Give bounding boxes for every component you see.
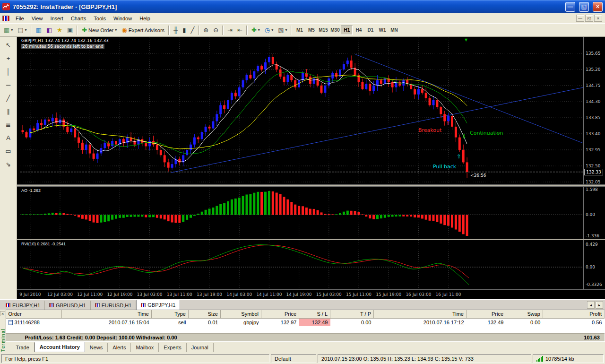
column-header-price[interactable]: Price bbox=[261, 310, 299, 318]
text-tool[interactable]: A bbox=[3, 133, 14, 142]
toolbar-zoom-in-button[interactable]: ⊕ bbox=[201, 25, 211, 35]
ao-canvas[interactable] bbox=[20, 187, 583, 239]
main-chart-canvas[interactable] bbox=[20, 37, 583, 184]
summary-balance: 101.63 bbox=[584, 335, 600, 340]
arrows-tool[interactable]: ⇘ bbox=[3, 160, 14, 169]
cell-price: 132.97 bbox=[261, 318, 299, 326]
child-close-button[interactable]: × bbox=[594, 15, 602, 22]
chart-tab-eurusd-h1[interactable]: EURUSD,H1 bbox=[91, 301, 137, 310]
time-axis-label: 15 Jul 11:00 bbox=[344, 292, 374, 297]
timeframe-h1-button[interactable]: H1 bbox=[341, 26, 353, 35]
menu-charts[interactable]: Charts bbox=[67, 14, 90, 23]
terminal-tab-alerts[interactable]: Alerts bbox=[108, 343, 131, 352]
minimize-button[interactable]: — bbox=[565, 2, 575, 12]
rvi-canvas[interactable] bbox=[20, 240, 583, 289]
timeframe-m30-button[interactable]: M30 bbox=[329, 26, 341, 35]
fibonacci-tool[interactable]: ≣ bbox=[3, 120, 14, 129]
main-chart-panel: 132.33 135.65135.20134.75134.30133.85133… bbox=[20, 37, 605, 184]
terminal-tab-trade[interactable]: Trade bbox=[11, 343, 35, 352]
toolbar-zoom-out-button[interactable]: ⊖ bbox=[211, 25, 221, 35]
account-history-area: OrderTimeTypeSizeSymbolPriceS / LT / PTi… bbox=[6, 310, 605, 342]
child-restore-button[interactable]: ◱ bbox=[585, 15, 593, 22]
toolbar-data-window-button[interactable]: ◧ bbox=[44, 25, 54, 35]
toolbar-profiles-button[interactable]: ▤▾ bbox=[15, 25, 29, 35]
ao-scale[interactable]: 1.5980.00-1.336 bbox=[583, 187, 604, 239]
tab-scroll-left-button[interactable]: ◂ bbox=[587, 301, 595, 309]
rvi-scale[interactable]: 0.4290.00-0.3326 bbox=[583, 240, 604, 289]
column-header-swap[interactable]: Swap bbox=[506, 310, 543, 318]
column-header-time[interactable]: Time bbox=[374, 310, 467, 318]
child-minimize-button[interactable]: — bbox=[576, 15, 584, 22]
terminal-tab-account-history[interactable]: Account History bbox=[35, 342, 85, 352]
column-header-price[interactable]: Price bbox=[467, 310, 506, 318]
timeframe-h4-button[interactable]: H4 bbox=[353, 26, 364, 35]
timeframe-m15-button[interactable]: M15 bbox=[317, 26, 329, 35]
tab-scroll-right-button[interactable]: ▸ bbox=[596, 301, 603, 309]
toolbar-templates-button[interactable]: ▧▾ bbox=[276, 25, 289, 35]
toolbar-new-order-button[interactable]: ✚New Order▾ bbox=[79, 25, 119, 35]
table-row[interactable]: 3111462882010.07.16 15:04sell0.01gbpjpy1… bbox=[6, 318, 605, 326]
toolbar-terminal-panel-button[interactable]: ▣ bbox=[65, 25, 75, 35]
column-header-time[interactable]: Time bbox=[62, 310, 152, 318]
toolbar-expert-advisors-button[interactable]: ◉Expert Advisors bbox=[119, 25, 167, 35]
column-header-size[interactable]: Size bbox=[189, 310, 221, 318]
column-header-symbol[interactable]: Symbol bbox=[221, 310, 261, 318]
menu-window[interactable]: Window bbox=[110, 14, 136, 23]
timeframe-d1-button[interactable]: D1 bbox=[364, 26, 376, 35]
column-header-type[interactable]: Type bbox=[152, 310, 189, 318]
time-axis-label: 12 Jul 03:00 bbox=[45, 292, 75, 297]
status-profile[interactable]: Default bbox=[271, 354, 316, 363]
chart-tab-eurjpy-h1[interactable]: EURJPY,H1 bbox=[1, 301, 45, 310]
dropdown-arrow-icon: ▾ bbox=[25, 28, 27, 32]
timeframe-mn-button[interactable]: MN bbox=[388, 26, 400, 35]
close-button[interactable]: × bbox=[593, 2, 603, 12]
toolbar-line-chart-mode-button[interactable]: ╱ bbox=[188, 25, 197, 35]
timeframe-m5-button[interactable]: M5 bbox=[305, 26, 317, 35]
child-window-controls: — ◱ × bbox=[576, 15, 604, 22]
toolbar-candlestick-mode-button[interactable]: ▮ bbox=[180, 25, 188, 35]
column-header-order[interactable]: Order bbox=[6, 310, 62, 318]
pointer-tool[interactable]: ↖ bbox=[3, 41, 14, 50]
restore-button[interactable]: ◱ bbox=[579, 2, 589, 12]
trendline-tool[interactable]: ╱ bbox=[3, 94, 14, 103]
terminal-close-button[interactable]: × bbox=[0, 311, 5, 316]
price-scale[interactable]: 132.33 135.65135.20134.75134.30133.85133… bbox=[583, 37, 604, 184]
time-axis[interactable]: 9 Jul 201012 Jul 03:0012 Jul 11:0012 Jul… bbox=[17, 289, 605, 299]
toolbar-indicators-button[interactable]: ✚▾ bbox=[249, 25, 262, 35]
menu-tools[interactable]: Tools bbox=[90, 14, 110, 23]
data-window-icon: ◧ bbox=[46, 27, 52, 33]
crosshair-tool[interactable]: + bbox=[3, 54, 14, 63]
menu-file[interactable]: File bbox=[12, 14, 28, 23]
timeframe-w1-button[interactable]: W1 bbox=[376, 26, 388, 35]
column-header-s-l[interactable]: S / L bbox=[299, 310, 330, 318]
toolbar-navigator-button[interactable]: ★ bbox=[54, 25, 65, 35]
zoom-in-icon: ⊕ bbox=[203, 27, 208, 33]
chart-tab-gbpjpy-h1[interactable]: GBPJPY,H1 bbox=[136, 300, 180, 310]
menu-view[interactable]: View bbox=[28, 14, 47, 23]
terminal-tab-journal[interactable]: Journal bbox=[187, 343, 214, 352]
toolbar-periods-button[interactable]: ◷▾ bbox=[262, 25, 276, 35]
terminal-tab-news[interactable]: News bbox=[85, 343, 108, 352]
cell-profit: 0.56 bbox=[543, 318, 605, 326]
child-window-icon[interactable] bbox=[2, 16, 9, 21]
label-tool[interactable]: ▭ bbox=[3, 147, 14, 156]
toolbar-bar-chart-mode-button[interactable]: ╫ bbox=[171, 25, 180, 35]
terminal-tab-mailbox[interactable]: Mailbox bbox=[131, 343, 159, 352]
terminal-tab-experts[interactable]: Experts bbox=[159, 343, 186, 352]
column-header-profit[interactable]: Profit bbox=[543, 310, 605, 318]
toolbar-chart-shift-button[interactable]: ⇤ bbox=[235, 25, 245, 35]
column-header-t-p[interactable]: T / P bbox=[330, 310, 374, 318]
market-watch-icon: ▥ bbox=[36, 27, 42, 33]
horizontal-line-tool[interactable]: ─ bbox=[3, 80, 14, 89]
menu-insert[interactable]: Insert bbox=[46, 14, 67, 23]
menu-help[interactable]: Help bbox=[136, 14, 154, 23]
workspace: ↖+│─╱∥≣A▭⇘ 132.33 135.65135.20134.75134.… bbox=[0, 37, 605, 299]
chart-tab-gbpusd-h1[interactable]: GBPUSD,H1 bbox=[45, 301, 91, 310]
toolbar-market-watch-button[interactable]: ▥ bbox=[34, 25, 44, 35]
vertical-line-tool[interactable]: │ bbox=[3, 67, 14, 76]
timeframe-m1-button[interactable]: M1 bbox=[294, 26, 305, 35]
toolbar-auto-scroll-button[interactable]: ⇥ bbox=[225, 25, 235, 35]
toolbar-new-chart-button[interactable]: ▦▾ bbox=[1, 25, 15, 35]
account-summary-row: Profit/Loss: 1.63 Credit: 0.00 Deposit: … bbox=[6, 333, 605, 341]
channel-tool[interactable]: ∥ bbox=[3, 107, 14, 116]
